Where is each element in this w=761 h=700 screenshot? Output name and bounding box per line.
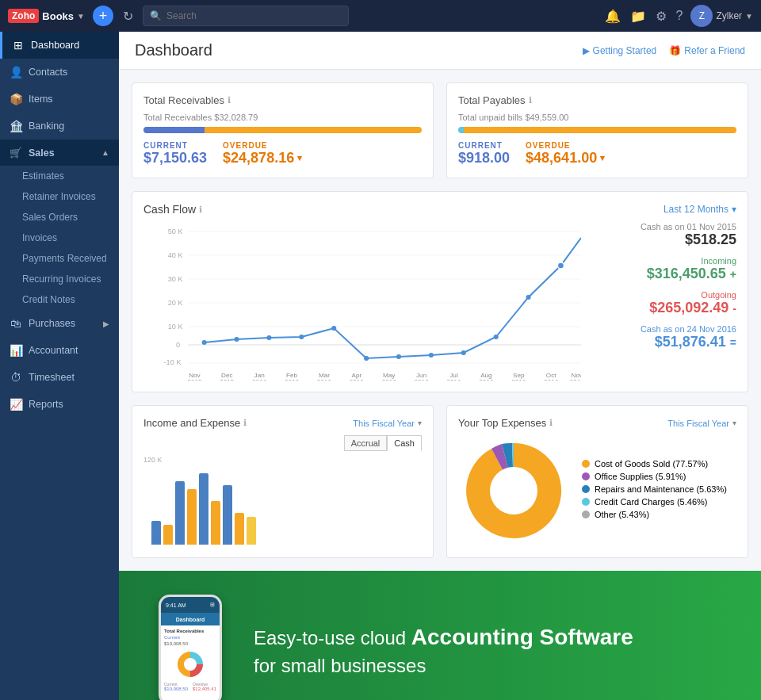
top-expenses-range[interactable]: This Fiscal Year ▾ [667, 419, 736, 428]
svg-point-24 [526, 295, 530, 300]
svg-point-23 [494, 335, 499, 339]
cashflow-incoming-value: $316,450.65 + [594, 266, 736, 282]
getting-started-button[interactable]: ▶ Getting Started [583, 45, 657, 56]
sidebar-item-retainer[interactable]: Retainer Invoices [0, 186, 119, 207]
top-expenses-legend: Cost of Goods Sold (77.57%) Office Suppl… [582, 459, 727, 522]
sidebar-item-sales-label: Sales [29, 147, 55, 159]
legend-label-4: Other (5.43%) [595, 510, 649, 519]
cashflow-start-stat: Cash as on 01 Nov 2015 $518.25 [594, 222, 736, 248]
income-expense-y-label: 120 K [143, 456, 422, 464]
sidebar-item-invoices[interactable]: Invoices [0, 228, 119, 248]
dashboard-content: Total Receivables ℹ Total Receivables $3… [119, 70, 761, 571]
sidebar-item-payments[interactable]: Payments Received [0, 248, 119, 269]
cashflow-title: Cash Flow ℹ [143, 203, 663, 216]
cashflow-range-selector[interactable]: Last 12 Months ▾ [663, 204, 736, 215]
svg-point-15 [234, 337, 239, 342]
sidebar-item-salesorders[interactable]: Sales Orders [0, 207, 119, 228]
search-icon: 🔍 [150, 10, 162, 21]
svg-text:2016: 2016 [544, 378, 559, 381]
legend-dot-3 [582, 498, 590, 506]
items-icon: 📦 [10, 93, 22, 105]
settings-icon[interactable]: ⚙ [656, 9, 667, 24]
receivables-metrics: CURRENT $7,150.63 OVERDUE $24,878.16 ▾ [143, 141, 422, 166]
sidebar-item-timesheet-label: Timesheet [29, 372, 75, 383]
sidebar-item-contacts[interactable]: 👤 Contacts [0, 59, 119, 86]
end-symbol: = [730, 336, 736, 349]
outgoing-symbol: - [732, 302, 736, 315]
sidebar-item-items-label: Items [29, 94, 53, 105]
svg-point-53 [184, 658, 197, 671]
sidebar-item-reports[interactable]: 📈 Reports [0, 391, 119, 418]
sidebar-item-timesheet[interactable]: ⏱ Timesheet [0, 364, 119, 391]
income-expense-card: Income and Expense ℹ This Fiscal Year ▾ … [132, 405, 434, 558]
sidebar-item-contacts-label: Contacts [29, 67, 67, 78]
legend-dot-2 [582, 485, 590, 493]
sidebar-item-recurring[interactable]: Recurring Invoices [0, 269, 119, 289]
accrual-tab[interactable]: Accrual [344, 435, 388, 451]
payables-metrics: CURRENT $918.00 OVERDUE $48,641.00 ▾ [458, 141, 736, 166]
banking-icon: 🏦 [10, 120, 22, 132]
refresh-icon[interactable]: ↻ [123, 9, 133, 24]
legend-item-1: Office Supplies (5.91%) [582, 472, 727, 481]
sidebar-item-banking-label: Banking [29, 120, 64, 132]
zoho-brand: Zoho [8, 9, 39, 23]
sidebar-item-purchases[interactable]: 🛍 Purchases ▶ [0, 310, 119, 337]
timesheet-icon: ⏱ [10, 371, 22, 384]
svg-text:50 K: 50 K [168, 228, 183, 235]
folder-icon[interactable]: 📁 [630, 9, 646, 24]
legend-label-1: Office Supplies (5.91%) [595, 472, 686, 481]
income-expense-range[interactable]: This Fiscal Year ▾ [353, 419, 422, 428]
user-menu[interactable]: Z Zylker ▼ [690, 5, 753, 27]
svg-text:2015: 2015 [187, 378, 202, 381]
search-input[interactable] [166, 10, 342, 21]
receivables-overdue-dropdown[interactable]: ▾ [297, 153, 302, 163]
income-expense-info-icon[interactable]: ℹ [243, 418, 247, 428]
top-expenses-range-label: This Fiscal Year [667, 419, 729, 428]
play-icon: ▶ [583, 45, 590, 56]
books-brand: Books [42, 10, 74, 22]
sidebar-item-accountant[interactable]: 📊 Accountant [0, 337, 119, 364]
bar-1 [151, 521, 161, 545]
svg-text:0: 0 [176, 341, 180, 349]
top-expenses-card: Your Top Expenses ℹ This Fiscal Year ▾ [446, 405, 748, 558]
total-payables-card: Total Payables ℹ Total unpaid bills $49,… [446, 82, 748, 178]
top-expenses-title: Your Top Expenses [458, 417, 546, 429]
receivables-progress [143, 127, 422, 133]
svg-point-14 [202, 340, 207, 345]
sidebar-item-estimates[interactable]: Estimates [0, 166, 119, 186]
app-layout: ⊞ Dashboard 👤 Contacts 📦 Items 🏦 Banking… [0, 32, 761, 700]
cash-tab[interactable]: Cash [387, 435, 422, 451]
top-expenses-info-icon[interactable]: ℹ [549, 418, 553, 428]
cashflow-info-icon[interactable]: ℹ [199, 205, 202, 215]
payables-overdue-dropdown[interactable]: ▾ [600, 153, 605, 163]
top-cards-row: Total Receivables ℹ Total Receivables $3… [132, 82, 748, 178]
promo-line2: for small businesses [254, 652, 633, 679]
sidebar-item-creditnotes[interactable]: Credit Notes [0, 289, 119, 310]
creditnotes-label: Credit Notes [22, 294, 75, 305]
bar-2 [163, 525, 173, 545]
payables-info-icon[interactable]: ℹ [529, 95, 532, 105]
cashflow-body: 50 K 40 K 30 K 20 K 10 K 0 -10 K [143, 222, 736, 381]
refer-friend-button[interactable]: 🎁 Refer a Friend [669, 45, 745, 56]
bell-icon[interactable]: 🔔 [605, 9, 621, 24]
sidebar-item-items[interactable]: 📦 Items [0, 86, 119, 113]
help-icon[interactable]: ? [676, 9, 683, 23]
gift-icon: 🎁 [669, 45, 681, 56]
incoming-symbol: + [730, 268, 736, 281]
org-dropdown-icon[interactable]: ▼ [77, 12, 85, 21]
app-logo: Zoho Books ▼ [8, 9, 85, 23]
sidebar-item-sales[interactable]: 🛒 Sales ▲ [0, 140, 119, 166]
cashflow-start-value: $518.25 [594, 231, 736, 248]
accountant-icon: 📊 [10, 344, 22, 357]
sidebar-item-banking[interactable]: 🏦 Banking [0, 113, 119, 140]
add-button[interactable]: + [93, 6, 113, 26]
svg-point-22 [461, 350, 466, 355]
dashboard-icon: ⊞ [12, 39, 25, 52]
promo-phone-image: 9:41 AM ⊞ Dashboard Total Receivables Cu… [151, 595, 230, 700]
receivables-current-value: $7,150.63 [143, 150, 207, 166]
user-dropdown-icon: ▼ [745, 12, 753, 21]
receivables-info-icon[interactable]: ℹ [228, 95, 231, 105]
receivables-overdue-metric: OVERDUE $24,878.16 ▾ [223, 141, 302, 166]
sidebar-item-dashboard[interactable]: ⊞ Dashboard [0, 32, 119, 59]
sidebar-item-accountant-label: Accountant [29, 345, 78, 356]
